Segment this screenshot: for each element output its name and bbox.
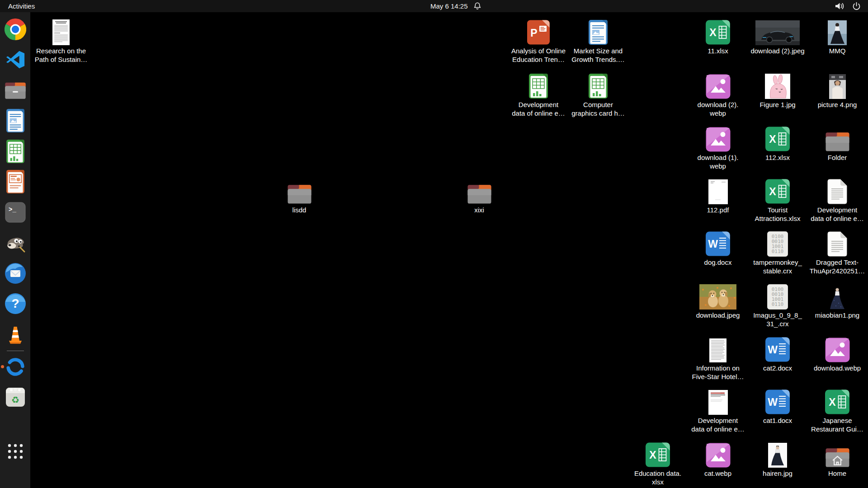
dock-item-files[interactable] (5, 80, 26, 101)
dock-item-vlc[interactable] (5, 324, 26, 345)
desktop-icon-development-ods[interactable]: Development data of online e… (509, 70, 568, 117)
desktop-icon-japanese-xlsx[interactable]: X Japanese Restaurant Gui… (807, 386, 867, 433)
dark-gown-photo-thumbnail (828, 281, 847, 310)
desktop-icon-home[interactable]: Home (807, 439, 867, 478)
desktop-icon-label: tampermonkey_ stable.crx (753, 258, 802, 275)
dock-divider (7, 351, 24, 351)
terminal-icon: >_ (5, 202, 26, 223)
dock-item-trash[interactable]: ♻ (5, 386, 26, 408)
desktop-icon-cat2-docx[interactable]: W cat2.docx (748, 333, 807, 373)
dock-item-gimp[interactable] (5, 232, 26, 253)
desktop-icon-dog-docx[interactable]: W dog.docx (688, 228, 748, 267)
dock-item-vscode[interactable] (5, 49, 26, 70)
dock: >_ ? ♻ (0, 12, 30, 488)
desktop-icon-cat1-docx[interactable]: W cat1.docx (748, 386, 807, 425)
svg-text:>_: >_ (9, 206, 16, 213)
word-file-icon: W (765, 386, 790, 416)
trash-icon: ♻ (5, 387, 26, 408)
desktop-icon-dragged-text[interactable]: Dragged Text- ThuApr2420251… (807, 228, 867, 275)
desktop-icon-label: download (2). webp (698, 101, 739, 117)
svg-text:X: X (769, 133, 776, 145)
desktop-icon-info-hotel-doc[interactable]: Information on Five-Star Hotel… (688, 333, 748, 381)
desktop-icon-label: cat1.docx (763, 417, 792, 425)
puppies-photo-thumbnail (699, 281, 736, 310)
desktop-icon-research-doc[interactable]: Research on the Path of Sustain… (31, 16, 91, 64)
dock-item-libreoffice-calc[interactable] (5, 141, 26, 162)
running-indicator-dot (1, 365, 4, 368)
desktop-icon-picture-4-png[interactable]: picture 4.png (807, 70, 867, 109)
svg-text:W: W (768, 396, 778, 408)
desktop-icon-miaobian1-png[interactable]: miaobian1.png (807, 281, 867, 320)
desktop-icon-folder[interactable]: Folder (807, 123, 867, 162)
desktop-icon-cat-webp[interactable]: cat.webp (688, 439, 748, 478)
dock-item-help[interactable]: ? (5, 293, 26, 314)
dock-item-chrome[interactable] (5, 19, 26, 40)
desktop-icon-market-size-doc[interactable]: Market Size and Growth Trends.… (568, 16, 628, 64)
clock-button[interactable]: May 6 14:25 (430, 0, 481, 12)
dock-item-libreoffice-impress[interactable] (5, 171, 26, 192)
excel-file-icon: X (765, 123, 790, 153)
desktop-icon-download-2-webp[interactable]: download (2). webp (688, 70, 748, 117)
desktop-icon-112-pdf[interactable]: 112.pdf (688, 175, 748, 215)
desktop-icon-label: Japanese Restaurant Gui… (811, 417, 863, 433)
desktop-icon-label: Tourist Attractions.xlsx (755, 206, 801, 223)
desktop-icon-label: download.jpeg (696, 311, 740, 320)
word-file-icon: W (705, 228, 731, 258)
dock-item-show-applications[interactable] (5, 441, 26, 462)
desktop-icon-imagus-crx[interactable]: 0100 0010 1001 0110 Imagus_0_9_8_ 31_.cr… (748, 281, 807, 328)
desktop-icon-figure-1-jpg[interactable]: Figure 1.jpg (748, 70, 807, 109)
svg-text:X: X (829, 396, 836, 408)
desktop-icon-download-jpeg[interactable]: download.jpeg (688, 281, 748, 320)
desktop-icon-label: 112.pdf (707, 206, 729, 215)
desktop-background[interactable]: Research on the Path of Sustain… P Analy… (0, 0, 868, 488)
activities-button[interactable]: Activities (0, 0, 43, 12)
webp-image-icon (825, 333, 850, 363)
crx-extension-icon: 0100 0010 1001 0110 (767, 281, 788, 310)
volume-icon[interactable] (835, 2, 844, 10)
crx-extension-icon: 0100 0010 1001 0110 (767, 228, 788, 258)
bell-icon (474, 2, 481, 10)
desktop-icon-label: download.webp (814, 364, 861, 373)
desktop-icon-label: hairen.jpg (763, 469, 793, 478)
dock-item-thunderbird[interactable] (5, 263, 26, 284)
desktop-icon-label: picture 4.png (818, 101, 857, 109)
car-photo-thumbnail (755, 16, 800, 46)
dock-item-terminal[interactable]: >_ (5, 202, 26, 223)
dock-item-software-updater[interactable] (5, 356, 26, 378)
updater-icon (5, 356, 26, 378)
desktop-icon-11-xlsx[interactable]: X 11.xlsx (688, 16, 748, 56)
desktop-icon-analysis-pptx[interactable]: P Analysis of Online Education Tren… (509, 16, 568, 64)
desktop-icon-education-xlsx[interactable]: X Education data. xlsx (628, 439, 688, 486)
power-icon[interactable] (852, 2, 861, 10)
desktop-icon-112-xlsx[interactable]: X 112.xlsx (748, 123, 807, 162)
folder-icon (287, 175, 312, 205)
desktop-icon-mmq[interactable]: MMQ (807, 16, 867, 56)
desktop-icon-hairen-jpg[interactable]: hairen.jpg (748, 439, 807, 478)
svg-text:P: P (530, 27, 537, 39)
desktop-icon-label: Computer graphics card h… (571, 101, 625, 117)
dense-text-thumbnail-icon (709, 333, 726, 363)
desktop-icon-tourist-xlsx[interactable]: X Tourist Attractions.xlsx (748, 175, 807, 223)
svg-text:X: X (769, 186, 776, 197)
desktop-icon-download-1-webp[interactable]: download (1). webp (688, 123, 748, 170)
excel-file-icon: X (705, 16, 731, 46)
desktop-icon-development-page[interactable]: Development data of online e… (688, 386, 748, 433)
writer-document-icon (588, 16, 608, 46)
desktop-icon-label: Dragged Text- ThuApr2420251… (810, 258, 865, 275)
desktop-icon-download-webp[interactable]: download.webp (807, 333, 867, 373)
desktop-icon-label: Market Size and Growth Trends.… (571, 47, 625, 64)
desktop-icon-download-2-jpeg[interactable]: download (2).jpeg (748, 16, 807, 56)
desktop-icon-tampermonkey-crx[interactable]: 0100 0010 1001 0110 tampermonkey_ stable… (748, 228, 807, 275)
desktop-icon-label: 112.xlsx (765, 154, 790, 162)
chart-document-thumbnail-icon (708, 386, 728, 416)
desktop-icon-xixi-folder[interactable]: xixi (449, 175, 509, 215)
desktop-icon-lisdd-folder[interactable]: lisdd (269, 175, 329, 215)
impress-app-icon (6, 169, 25, 194)
gimp-icon (5, 232, 26, 253)
desktop-icon-graphics-card-ods[interactable]: Computer graphics card h… (568, 70, 628, 117)
dock-item-libreoffice-writer[interactable] (5, 110, 26, 131)
desktop-icon-development-txt-1[interactable]: Development data of online e… (807, 175, 867, 223)
excel-file-icon: X (645, 439, 670, 469)
desktop-icon-label: Development data of online e… (512, 101, 565, 117)
clock-label: May 6 14:25 (430, 2, 468, 10)
